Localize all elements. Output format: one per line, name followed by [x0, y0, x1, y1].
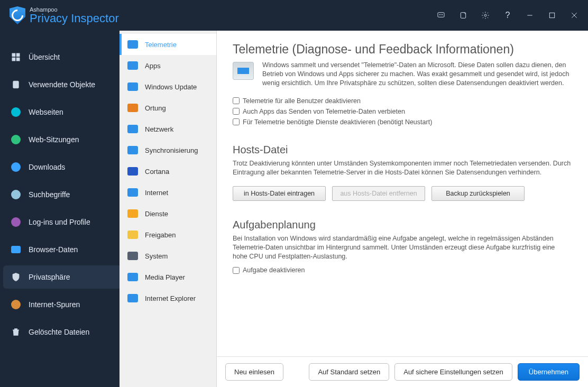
footer-bar: Neu einlesen Auf Standard setzen Auf sic… [217, 356, 588, 387]
subnav-item-ortung[interactable]: Ortung [120, 97, 216, 118]
subnav-item-synchronisierung[interactable]: Synchronisierung [120, 140, 216, 161]
dot-icon [11, 134, 21, 145]
nav-item-internet-spuren[interactable]: Internet-Spuren [0, 293, 120, 316]
subnav-item-telemetrie[interactable]: Telemetrie [120, 34, 216, 55]
nav-item-label: Log-ins und Profile [29, 218, 90, 226]
nav-item-gel-schte-dateien[interactable]: Gelöschte Dateien [0, 320, 120, 344]
dot-icon [11, 107, 21, 117]
subnav-item-label: Internet Explorer [145, 294, 196, 302]
nav-item-privatsph-re[interactable]: Privatsphäre [3, 265, 120, 289]
subnav-item-internet[interactable]: Internet [120, 182, 216, 203]
svg-rect-12 [17, 58, 20, 61]
trash-icon [11, 327, 21, 337]
nav-item-webseiten[interactable]: Webseiten [0, 100, 120, 124]
task-title: Aufgabenplanung [233, 219, 571, 231]
subnav-icon [127, 187, 139, 198]
subnav-item-dienste[interactable]: Dienste [120, 203, 216, 224]
subnav-item-apps[interactable]: Apps [120, 55, 216, 76]
nav-item-browser-daten[interactable]: Browser-Daten [0, 238, 120, 261]
telemetry-checkbox-label: Für Telemetrie benötigte Dienste deaktiv… [243, 118, 432, 126]
note-icon[interactable] [453, 5, 474, 26]
telemetry-checkbox-input-2[interactable] [233, 118, 240, 125]
titlebar: Ashampoo Privacy Inspector ? [0, 0, 588, 31]
task-desc: Bei Installation von Windows wird standa… [233, 234, 571, 261]
subnav-item-cortana[interactable]: Cortana [120, 161, 216, 182]
task-disable-checkbox[interactable]: Aufgabe deaktivieren [233, 266, 571, 274]
nav-item-verwendete-objekte[interactable]: Verwendete Objekte [0, 73, 120, 96]
nav-item-label: Web-Sitzungen [29, 135, 79, 144]
nav-item-label: Browser-Daten [29, 245, 78, 254]
telemetry-checkbox-1[interactable]: Auch Apps das Senden von Telemetrie-Date… [233, 108, 571, 115]
subnav-item-label: Media Player [145, 273, 185, 281]
svg-rect-6 [549, 13, 554, 17]
close-button[interactable] [564, 5, 585, 26]
subnav-item-label: Telemetrie [145, 41, 177, 49]
svg-point-4 [484, 14, 486, 16]
nav-item-log-ins-und-profile[interactable]: Log-ins und Profile [0, 210, 120, 234]
svg-rect-11 [12, 58, 15, 61]
svg-rect-10 [17, 53, 20, 56]
dot-icon [11, 299, 21, 310]
svg-rect-9 [12, 53, 15, 56]
subnav-item-label: Apps [145, 62, 161, 70]
nav-item-label: Privatsphäre [29, 273, 70, 281]
nav-item-label: Suchbegriffe [29, 190, 70, 199]
subnav-item-label: System [145, 252, 168, 260]
telemetry-checkbox-input-1[interactable] [233, 108, 240, 115]
nav-item-label: Downloads [29, 163, 65, 171]
subnav-icon [127, 166, 139, 177]
svg-point-1 [439, 14, 440, 15]
reload-button[interactable]: Neu einlesen [225, 363, 283, 381]
subnav-icon [127, 251, 139, 261]
nav-item-suchbegriffe[interactable]: Suchbegriffe [0, 183, 120, 206]
subnav-item-label: Freigaben [145, 231, 176, 239]
hosts-add-button[interactable]: in Hosts-Datei eintragen [233, 186, 326, 201]
subnav-icon [127, 293, 139, 303]
subnav-item-media-player[interactable]: Media Player [120, 266, 216, 288]
gear-icon[interactable] [475, 5, 496, 26]
dot-icon [11, 189, 21, 200]
default-button[interactable]: Auf Standard setzen [309, 363, 389, 381]
minimize-button[interactable] [519, 5, 540, 26]
monitor-icon [233, 62, 254, 80]
hosts-backup-button[interactable]: Backup zurückspielen [431, 186, 525, 201]
subnav-item-freigaben[interactable]: Freigaben [120, 224, 216, 245]
subnav-item-system[interactable]: System [120, 245, 216, 266]
content-panel: Telemetrie (Diagnose- und Feedback Infor… [217, 31, 588, 387]
subnav-item-internet-explorer[interactable]: Internet Explorer [120, 288, 216, 309]
feedback-icon[interactable] [430, 5, 452, 26]
subnav-item-windows-update[interactable]: Windows Update [120, 76, 216, 97]
svg-rect-0 [438, 13, 444, 17]
grid-icon [11, 52, 21, 62]
subnav-icon [127, 208, 139, 219]
brand-main: Privacy Inspector [30, 13, 119, 24]
svg-point-2 [442, 14, 442, 15]
nav-item-web-sitzungen[interactable]: Web-Sitzungen [0, 128, 120, 151]
maximize-button[interactable] [541, 5, 563, 26]
nav-item-downloads[interactable]: Downloads [0, 155, 120, 179]
nav-item--bersicht[interactable]: Übersicht [0, 45, 120, 69]
intro-text: Windows sammelt und versendet "Telemetri… [262, 61, 571, 88]
task-disable-input[interactable] [233, 267, 240, 274]
secondary-nav: TelemetrieAppsWindows UpdateOrtungNetzwe… [120, 31, 217, 387]
hosts-title: Hosts-Datei [233, 144, 571, 156]
hosts-desc: Trotz Deaktivierung könnten unter Umstän… [233, 159, 571, 177]
secure-button[interactable]: Auf sichere Einstellungen setzen [394, 363, 512, 381]
apply-button[interactable]: Übernehmen [518, 363, 580, 381]
subnav-icon [127, 81, 139, 92]
app-logo: Ashampoo Privacy Inspector [10, 6, 119, 24]
subnav-item-label: Ortung [145, 104, 166, 112]
help-icon[interactable]: ? [497, 5, 518, 26]
hosts-remove-button: aus Hosts-Datei entfernen [332, 186, 425, 201]
nav-item-label: Internet-Spuren [29, 300, 80, 309]
subnav-item-netzwerk[interactable]: Netzwerk [120, 118, 216, 140]
subnav-icon [127, 60, 139, 71]
sq-icon [11, 244, 21, 255]
subnav-icon [127, 145, 139, 155]
telemetry-checkbox-0[interactable]: Telemetrie für alle Benutzer deaktiviere… [233, 97, 571, 105]
telemetry-checkbox-input-0[interactable] [233, 97, 240, 104]
subnav-item-label: Synchronisierung [145, 146, 198, 154]
subnav-item-label: Dienste [145, 210, 168, 218]
telemetry-checkbox-2[interactable]: Für Telemetrie benötigte Dienste deaktiv… [233, 118, 571, 126]
svg-rect-13 [13, 81, 19, 88]
